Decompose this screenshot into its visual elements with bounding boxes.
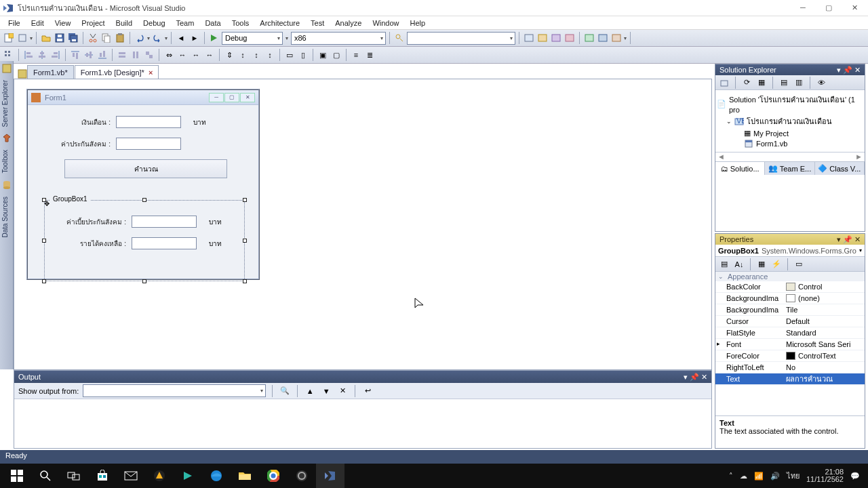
start-debug-icon[interactable] xyxy=(208,32,220,44)
align-middle-icon[interactable] xyxy=(83,49,95,61)
output-next-icon[interactable]: ▼ xyxy=(320,385,332,397)
vspace-inc-icon[interactable]: ↕ xyxy=(237,49,249,61)
menu-tools[interactable]: Tools xyxy=(226,18,255,28)
prop-props-icon[interactable]: ▦ xyxy=(755,258,768,270)
move-glyph-icon[interactable]: ✥ xyxy=(44,200,50,207)
input-net[interactable] xyxy=(132,237,197,249)
se-close-icon[interactable]: ✕ xyxy=(854,66,861,75)
prop-row[interactable]: ForeColorControlText xyxy=(715,350,865,362)
output-close-icon[interactable]: ✕ xyxy=(701,373,707,382)
output-source-dropdown[interactable] xyxy=(83,384,266,397)
menu-help[interactable]: Help xyxy=(405,18,431,28)
output-dropdown-icon[interactable]: ▾ xyxy=(684,373,688,382)
prop-close-icon[interactable]: ✕ xyxy=(854,235,861,244)
menu-analyze[interactable]: Analyze xyxy=(330,18,367,28)
prop-drop-icon[interactable]: ▾ xyxy=(837,235,841,244)
align-grid-icon[interactable] xyxy=(3,49,15,61)
output-text[interactable] xyxy=(14,399,711,447)
prop-row[interactable]: Textผลการคำนวณ xyxy=(715,373,865,385)
handle-w[interactable] xyxy=(42,239,46,243)
server-explorer-tab[interactable]: Server Explorer xyxy=(0,76,10,131)
vspace-rem-icon[interactable]: ↕ xyxy=(264,49,276,61)
mail-icon[interactable] xyxy=(117,464,145,488)
center-h-icon[interactable]: ▭ xyxy=(283,49,296,61)
menu-data[interactable]: Data xyxy=(199,18,226,28)
ext1-icon[interactable] xyxy=(523,32,535,44)
menu-project[interactable]: Project xyxy=(76,18,110,28)
input-premium[interactable] xyxy=(132,216,197,228)
prop-row[interactable]: BackgroundImaTile xyxy=(715,304,865,316)
center-v-icon[interactable]: ▯ xyxy=(297,49,309,61)
prop-row[interactable]: BackColorControl xyxy=(715,281,865,293)
prop-pin-icon[interactable]: 📌 xyxy=(843,235,852,244)
se-pin-icon[interactable]: 📌 xyxy=(843,66,852,75)
prop-row[interactable]: FlatStyleStandard xyxy=(715,327,865,339)
input-social[interactable] xyxy=(116,138,181,150)
output-clear-icon[interactable]: ✕ xyxy=(336,385,349,397)
prop-category[interactable]: Appearance xyxy=(728,272,768,281)
handle-e[interactable] xyxy=(243,239,247,243)
prop-events-icon[interactable]: ⚡ xyxy=(770,258,783,270)
handle-ne[interactable] xyxy=(243,198,247,202)
cut-icon[interactable] xyxy=(87,32,99,44)
prop-cat-icon[interactable]: ▤ xyxy=(718,258,730,270)
open-icon[interactable] xyxy=(40,32,52,44)
merge-icon[interactable]: ≣ xyxy=(363,49,376,61)
data-sources-tab[interactable]: Data Sources xyxy=(0,192,10,242)
hspace-eq-icon[interactable]: ⇔ xyxy=(163,49,175,61)
prop-az-icon[interactable]: A↓ xyxy=(733,258,745,270)
undo-icon[interactable] xyxy=(134,32,146,44)
nav-fwd-icon[interactable]: ► xyxy=(189,32,201,44)
property-grid[interactable]: ⌄Appearance BackColorControlBackgroundIm… xyxy=(715,272,865,415)
se-tab-solution[interactable]: 🗂Solutio... xyxy=(715,162,765,175)
handle-sw[interactable] xyxy=(42,279,46,283)
find-icon[interactable] xyxy=(393,32,406,44)
prop-row[interactable]: RightToLeftNo xyxy=(715,362,865,373)
form-window[interactable]: Form1 ─ ▢ ✕ เงินเดือน : บาท ค่าประกันสัง… xyxy=(26,89,260,280)
send-back-icon[interactable]: ▢ xyxy=(330,49,342,61)
prop-pages-icon[interactable]: ▭ xyxy=(793,258,805,270)
menu-file[interactable]: File xyxy=(3,18,26,28)
tray-notifications-icon[interactable]: 💬 xyxy=(850,472,860,481)
hspace-dec-icon[interactable]: ↔ xyxy=(190,49,202,61)
app-teal-icon[interactable] xyxy=(174,464,202,488)
ext7-icon[interactable] xyxy=(610,32,623,44)
app-triangle-icon[interactable] xyxy=(145,464,174,488)
tray-volume-icon[interactable]: 🔊 xyxy=(770,472,780,481)
copy-icon[interactable] xyxy=(100,32,113,44)
se-view-icon[interactable]: 👁 xyxy=(815,77,827,89)
store-icon[interactable] xyxy=(88,464,117,488)
se-drop-icon[interactable]: ▾ xyxy=(837,66,841,75)
tray-lang[interactable]: ไทย xyxy=(787,470,800,482)
hspace-rem-icon[interactable]: ↔ xyxy=(203,49,216,61)
se-showall-icon[interactable]: ▦ xyxy=(755,77,768,89)
bring-front-icon[interactable]: ▣ xyxy=(317,49,329,61)
menu-build[interactable]: Build xyxy=(111,18,138,28)
add-item-icon[interactable] xyxy=(16,32,28,44)
ext2-icon[interactable] xyxy=(536,32,549,44)
se-refresh-icon[interactable]: ⟳ xyxy=(741,77,753,89)
data-sources-icon[interactable] xyxy=(1,180,12,190)
tab-form1-vb[interactable]: Form1.vb* xyxy=(27,65,74,79)
solution-node[interactable]: Solution 'โปรแกรมคำนวณเงินเดือน' (1 pro xyxy=(729,94,863,114)
find-dropdown[interactable] xyxy=(407,32,515,45)
platform-dropdown[interactable]: x86 xyxy=(291,32,386,45)
menu-team[interactable]: Team xyxy=(171,18,200,28)
se-code-icon[interactable]: ▥ xyxy=(793,77,805,89)
ext4-icon[interactable] xyxy=(564,32,576,44)
same-width-icon[interactable] xyxy=(116,49,128,61)
se-scroll-right[interactable]: ► xyxy=(855,152,863,161)
chrome-icon[interactable] xyxy=(259,464,288,488)
tab-form1-design[interactable]: Form1.vb [Design]*× xyxy=(75,65,159,79)
align-bottom-icon[interactable] xyxy=(96,49,108,61)
tray-clock[interactable]: 21:08 11/11/2562 xyxy=(806,468,844,483)
ext5-icon[interactable] xyxy=(583,32,595,44)
prop-row[interactable]: ▸FontMicrosoft Sans Seri xyxy=(715,339,865,350)
output-find-icon[interactable]: 🔍 xyxy=(279,385,291,397)
explorer-icon[interactable] xyxy=(231,464,259,488)
output-wrap-icon[interactable]: ↩ xyxy=(361,385,374,397)
save-icon[interactable] xyxy=(54,32,66,44)
same-size-icon[interactable] xyxy=(143,49,155,61)
ext3-icon[interactable] xyxy=(550,32,562,44)
calculate-button[interactable]: คำนวณ xyxy=(64,159,227,178)
